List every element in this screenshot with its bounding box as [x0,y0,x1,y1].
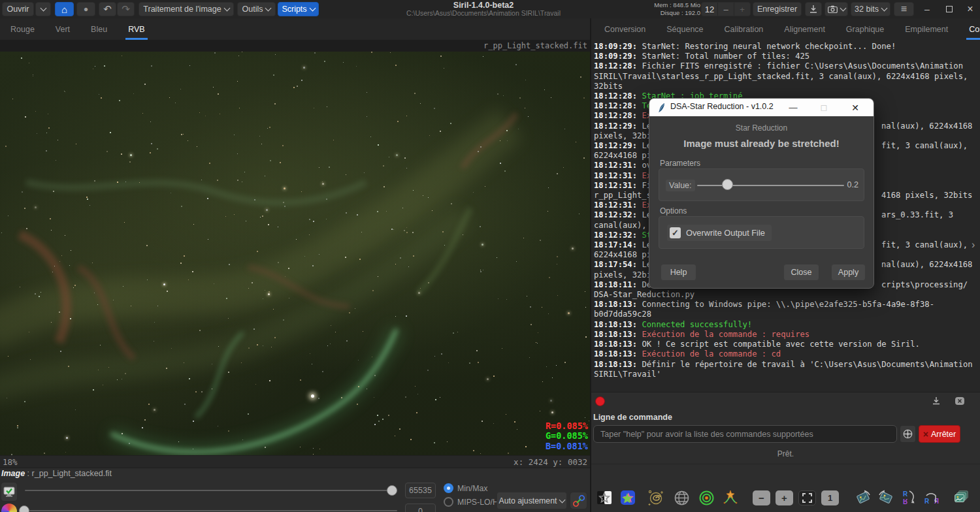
command-input[interactable] [593,425,897,443]
redo-icon: ↷ [122,3,130,15]
star-recomposition-button[interactable] [619,489,636,506]
rotate-right-button[interactable] [877,489,894,506]
tab-séquence[interactable]: Séquence [664,18,706,40]
home-button[interactable]: ⌂ [55,2,74,16]
stop-button[interactable]: ×Arrêter [919,425,960,443]
image-label: Image [1,469,25,478]
scripts-menu[interactable]: Scripts [278,2,319,16]
sequence-frames-icon [953,489,970,506]
image-canvas[interactable]: R=0.085% G=0.085% B=0.081% [0,52,590,455]
tab-channel-bleu[interactable]: Bleu [88,18,110,40]
window-maximize-button[interactable] [941,2,958,16]
star-removal-button[interactable] [596,489,613,506]
snapshot-button[interactable] [825,2,848,16]
undo-button[interactable]: ↶ [99,2,116,16]
tab-alignement[interactable]: Alignement [781,18,828,40]
options-groupbox: ✓ Overwrite Output File [659,216,864,249]
autostretch-select[interactable]: Auto ajustement [497,492,567,509]
spin-minus-button[interactable]: – [718,3,734,16]
radio-minmax-label[interactable]: Min/Max [457,484,487,493]
tab-conversion[interactable]: Conversion [602,18,648,40]
open-button[interactable]: Ouvrir [2,2,34,16]
tab-graphique[interactable]: Graphique [843,18,887,40]
export-button[interactable] [805,2,822,16]
bottom-toolbar: − + 1 R R [591,464,980,512]
apply-button[interactable]: Apply [831,264,866,281]
open-dropdown-button[interactable] [35,2,51,16]
python-feather-icon [657,103,666,113]
clear-log-button[interactable] [955,396,965,406]
tab-channel-rouge[interactable]: Rouge [8,18,37,40]
radio-mips[interactable] [444,497,453,507]
spin-value[interactable]: 12 [702,3,717,16]
dsa-star-reduction-dialog: DSA-Star Reduction - v1.0.2 — ◻ ✕ Star R… [649,98,874,289]
bright-star [311,394,314,398]
overwrite-checkbox-row[interactable]: ✓ Overwrite Output File [667,225,772,241]
export-log-button[interactable] [931,396,941,406]
record-icon: ● [84,5,89,14]
chevron-down-icon [309,5,316,12]
flip-horizontal-button[interactable]: R R [923,489,940,506]
psf-button[interactable] [722,489,739,506]
nebula-image [0,52,590,455]
value-slider-track[interactable] [697,185,844,186]
console-line: SIRIL\Travail\starless_r_pp_Light_stacke… [594,72,980,82]
tab-channel-vert[interactable]: Vert [53,18,73,40]
window-minimize-button[interactable]: – [919,2,936,16]
zoom-fit-button[interactable] [798,490,816,505]
display-mode-button[interactable] [1,482,18,502]
low-value-box[interactable]: 0 [405,504,436,512]
high-value-box[interactable]: 65535 [405,483,436,498]
tab-console[interactable]: Console [966,18,980,40]
tab-calibration[interactable]: Calibration [722,18,766,40]
hamburger-menu-button[interactable]: ≡ [894,2,914,16]
zoom-in-button[interactable]: + [776,490,793,505]
radio-minmax[interactable] [444,483,453,493]
help-button[interactable]: Help [661,264,696,281]
photometry-button[interactable] [698,489,715,506]
overwrite-checkbox[interactable]: ✓ [670,227,681,238]
zoom-out-button[interactable]: − [753,490,770,505]
dialog-title: DSA-Star Reduction - v1.0.2 [670,102,774,111]
bit-depth-select[interactable]: 32 bits [851,2,890,16]
close-button[interactable]: Close [783,264,819,281]
spin-plus-button[interactable]: + [734,3,750,16]
top-toolbar: Ouvrir ⌂ ● ↶ ↷ Traitement de l'image Out… [0,0,980,19]
record-button[interactable]: ● [76,2,95,16]
color-wheel-icon[interactable] [1,504,17,512]
zoom-one-button[interactable]: 1 [821,490,839,505]
dialog-minimize-button[interactable]: — [783,99,803,116]
command-help-button[interactable] [900,425,916,443]
rotate-left-button[interactable] [855,489,872,506]
deconvolution-button[interactable] [647,489,664,506]
high-slider-track[interactable] [25,490,397,491]
flip-vertical-button[interactable]: R R [900,489,917,506]
channel-link-button[interactable] [570,492,587,509]
dialog-close-x-button[interactable]: ✕ [845,99,865,116]
status-ready: Prêt. [591,449,980,458]
value-label: Value: [666,180,695,191]
working-directory: C:\Users\Asus\Documents\Animation SIRIL\… [366,10,601,17]
dialog-maximize-button[interactable]: ◻ [814,99,834,116]
maximize-icon [946,6,953,12]
high-slider-handle[interactable] [387,485,397,496]
svg-text:R: R [903,498,908,505]
dialog-titlebar[interactable]: DSA-Star Reduction - v1.0.2 — ◻ ✕ [649,99,874,116]
tools-menu[interactable]: Outils [237,2,276,16]
low-slider-handle[interactable] [19,505,29,512]
save-button[interactable]: Enregistrer [753,2,802,16]
tab-channel-rvb[interactable]: RVB [125,18,147,40]
window-close-button[interactable]: × [962,2,979,16]
image-processing-menu[interactable]: Traitement de l'image [139,2,234,16]
console-line: DSA-Star_Reduction.py [594,290,980,300]
value-slider-handle[interactable] [722,179,733,190]
astrometry-button[interactable] [673,489,690,506]
console-line: 18:18:13: OK ! Ce script est compatible … [594,340,980,349]
options-group-label: Options [660,206,687,216]
radio-mips-label[interactable]: MIPS-LO/HI [457,498,500,507]
low-slider-track[interactable] [29,510,397,511]
sequence-frames-button[interactable] [953,489,970,506]
tab-empilement[interactable]: Empilement [902,18,951,40]
redo-button[interactable]: ↷ [117,2,135,16]
panel-expander-arrow[interactable]: › [972,239,975,251]
